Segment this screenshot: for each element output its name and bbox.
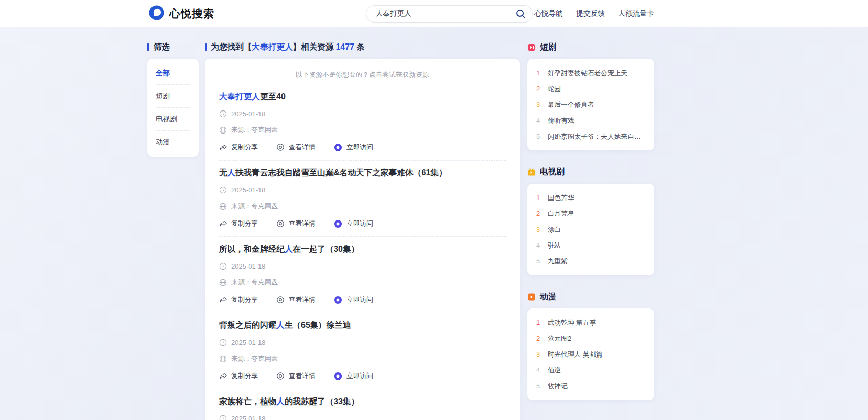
results-heading: 为您找到【大奉打更人】相关资源 1477 条 bbox=[205, 42, 520, 52]
share-icon bbox=[219, 372, 227, 380]
heading-bar-icon bbox=[205, 43, 207, 51]
ranking-heading: 动漫 bbox=[527, 292, 654, 301]
result-title[interactable]: 家族将亡，植物人的我苏醒了（33集） bbox=[219, 396, 506, 407]
ranking-item[interactable]: 1武动乾坤 第五季 bbox=[536, 315, 645, 330]
results-card: 以下资源不是你想要的？点击尝试获取新资源 大奉打更人更至40 2025-01-1… bbox=[205, 59, 520, 420]
result-title[interactable]: 大奉打更人更至40 bbox=[219, 92, 506, 102]
tv-icon bbox=[527, 168, 536, 176]
view-detail-button[interactable]: 查看详情 bbox=[276, 295, 315, 304]
result-item: 无人扶我青云志我自踏雪至山巅&名动天下之家事难休（61集） 2025-01-18… bbox=[219, 160, 506, 236]
result-item: 家族将亡，植物人的我苏醒了（33集） 2025-01-18 来源：夸克网盘 bbox=[219, 389, 506, 420]
visit-now-button[interactable]: 立即访问 bbox=[334, 219, 373, 228]
brand-logo-icon bbox=[148, 5, 165, 23]
eye-icon bbox=[276, 219, 285, 228]
clock-icon bbox=[219, 415, 227, 420]
ranking-card: 1好孕甜妻被钻石老公宠上天 2蛇园 3最后一个修真者 4偷听有戏 5闪婚京圈太子… bbox=[527, 59, 654, 150]
ranking-heading: 电视剧 bbox=[527, 167, 654, 176]
brand-logo[interactable]: 心悦搜索 bbox=[148, 0, 214, 27]
top-header: 心悦搜索 心悦导航 提交反馈 大额流量卡 bbox=[0, 0, 868, 27]
ranking-item[interactable]: 4驻站 bbox=[536, 237, 645, 253]
share-icon bbox=[219, 143, 227, 151]
view-detail-button[interactable]: 查看详情 bbox=[276, 371, 315, 381]
ranking-section-shortdrama: 短剧 1好孕甜妻被钻石老公宠上天 2蛇园 3最后一个修真者 4偷听有戏 5闪婚京… bbox=[527, 42, 654, 150]
heading-count: 1477 bbox=[336, 42, 354, 51]
clock-icon bbox=[219, 262, 227, 270]
ranking-item[interactable]: 5九重紫 bbox=[536, 253, 645, 269]
share-icon bbox=[219, 296, 227, 304]
ranking-item[interactable]: 2蛇园 bbox=[536, 81, 645, 97]
nav-link-navigation[interactable]: 心悦导航 bbox=[534, 9, 563, 18]
view-detail-button[interactable]: 查看详情 bbox=[276, 143, 315, 152]
copy-share-button[interactable]: 复制分享 bbox=[219, 219, 258, 228]
refresh-notice[interactable]: 以下资源不是你想要的？点击尝试获取新资源 bbox=[219, 67, 506, 84]
ranking-title: 短剧 bbox=[540, 42, 556, 53]
ranking-card: 1国色芳华 2白月梵星 3漂白 4驻站 5九重紫 bbox=[527, 184, 654, 275]
result-date: 2025-01-18 bbox=[219, 110, 506, 118]
brand-name: 心悦搜索 bbox=[169, 7, 214, 21]
result-title[interactable]: 背叛之后的闪耀人生（65集）徐兰迪 bbox=[219, 320, 506, 331]
ranking-item[interactable]: 2白月梵星 bbox=[536, 206, 645, 222]
quark-disk-icon bbox=[334, 296, 342, 304]
search-input[interactable] bbox=[376, 10, 514, 18]
visit-now-button[interactable]: 立即访问 bbox=[334, 295, 373, 304]
result-item: 背叛之后的闪耀人生（65集）徐兰迪 2025-01-18 来源：夸克网盘 复制分… bbox=[219, 313, 506, 389]
globe-icon bbox=[219, 279, 227, 286]
globe-icon bbox=[219, 355, 227, 363]
filter-item-tvseries[interactable]: 电视剧 bbox=[156, 107, 190, 130]
ranking-item[interactable]: 3最后一个修真者 bbox=[536, 97, 645, 113]
heading-middle: 】相关资源 bbox=[293, 42, 336, 51]
filter-item-shortdrama[interactable]: 短剧 bbox=[156, 84, 190, 107]
search-icon[interactable] bbox=[514, 7, 527, 20]
header-nav: 心悦导航 提交反馈 大额流量卡 bbox=[534, 0, 654, 27]
ranking-item[interactable]: 4仙逆 bbox=[536, 362, 645, 378]
nav-link-feedback[interactable]: 提交反馈 bbox=[576, 9, 605, 18]
clock-icon bbox=[219, 186, 227, 194]
globe-icon bbox=[219, 126, 227, 134]
ranking-item[interactable]: 4偷听有戏 bbox=[536, 113, 645, 128]
visit-now-button[interactable]: 立即访问 bbox=[334, 143, 373, 152]
result-source: 来源：夸克网盘 bbox=[219, 354, 506, 363]
eye-icon bbox=[276, 143, 285, 151]
ranking-item[interactable]: 3漂白 bbox=[536, 222, 645, 237]
nav-link-data-card[interactable]: 大额流量卡 bbox=[618, 9, 654, 18]
ranking-item[interactable]: 1国色芳华 bbox=[536, 190, 645, 206]
ranking-item[interactable]: 3时光代理人 英都篇 bbox=[536, 346, 645, 362]
result-date: 2025-01-18 bbox=[219, 415, 506, 420]
play-icon bbox=[527, 293, 536, 301]
result-item: 所以，和金牌经纪人在一起了（30集） 2025-01-18 来源：夸克网盘 复制… bbox=[219, 236, 506, 313]
copy-share-button[interactable]: 复制分享 bbox=[219, 295, 258, 304]
ranking-section-anime: 动漫 1武动乾坤 第五季 2沧元图2 3时光代理人 英都篇 4仙逆 5牧神记 bbox=[527, 292, 654, 400]
ranking-title: 电视剧 bbox=[540, 167, 565, 178]
copy-share-button[interactable]: 复制分享 bbox=[219, 143, 258, 152]
result-date: 2025-01-18 bbox=[219, 339, 506, 346]
result-item: 大奉打更人更至40 2025-01-18 来源：夸克网盘 复制分享 查看详情 bbox=[219, 84, 506, 160]
ranking-item[interactable]: 5闪婚京圈太子爷：夫人她来自农村 bbox=[536, 128, 645, 144]
ranking-item[interactable]: 2沧元图2 bbox=[536, 330, 645, 346]
visit-now-button[interactable]: 立即访问 bbox=[334, 371, 373, 381]
result-actions: 复制分享 查看详情 立即访问 bbox=[219, 371, 506, 381]
result-title[interactable]: 无人扶我青云志我自踏雪至山巅&名动天下之家事难休（61集） bbox=[219, 168, 506, 179]
ranking-item[interactable]: 1好孕甜妻被钻石老公宠上天 bbox=[536, 65, 645, 81]
eye-icon bbox=[276, 296, 285, 304]
quark-disk-icon bbox=[334, 219, 342, 228]
ranking-title: 动漫 bbox=[540, 292, 556, 302]
share-icon bbox=[219, 219, 227, 228]
quark-disk-icon bbox=[334, 143, 342, 152]
filter-item-all[interactable]: 全部 bbox=[156, 62, 190, 84]
result-source: 来源：夸克网盘 bbox=[219, 278, 506, 287]
filter-item-anime[interactable]: 动漫 bbox=[156, 130, 190, 153]
result-actions: 复制分享 查看详情 立即访问 bbox=[219, 295, 506, 304]
heading-keyword: 大奉打更人 bbox=[252, 42, 293, 51]
filter-title: 筛选 bbox=[154, 42, 170, 53]
ranking-section-tvseries: 电视剧 1国色芳华 2白月梵星 3漂白 4驻站 5九重紫 bbox=[527, 167, 654, 275]
quark-disk-icon bbox=[334, 372, 342, 381]
result-title[interactable]: 所以，和金牌经纪人在一起了（30集） bbox=[219, 244, 506, 255]
heading-bar-icon bbox=[147, 43, 149, 51]
ranking-item[interactable]: 5牧神记 bbox=[536, 378, 645, 394]
globe-icon bbox=[219, 203, 227, 210]
heading-suffix: 条 bbox=[354, 42, 364, 51]
copy-share-button[interactable]: 复制分享 bbox=[219, 371, 258, 381]
view-detail-button[interactable]: 查看详情 bbox=[276, 219, 315, 228]
result-source: 来源：夸克网盘 bbox=[219, 202, 506, 211]
clock-icon bbox=[219, 110, 227, 118]
